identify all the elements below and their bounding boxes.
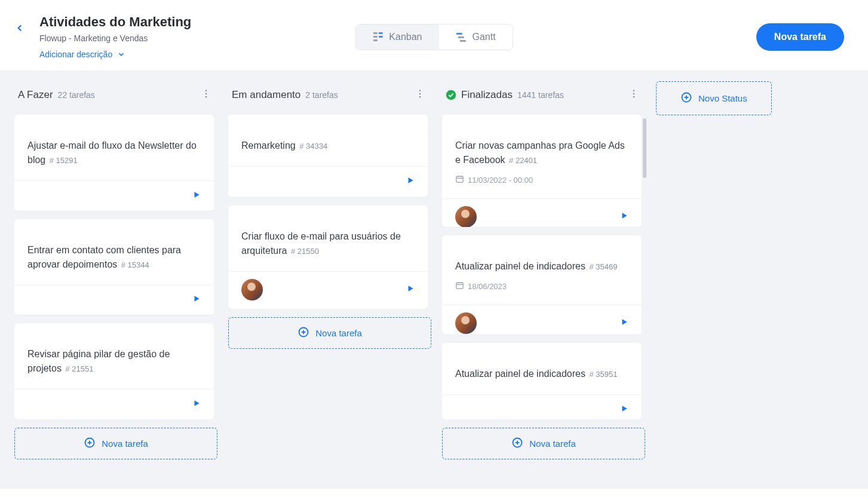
cards-list: Criar novas campanhas pra Google Ads e F… [442,115,645,419]
card-title: Criar fluxo de e-mail para usuários de a… [241,229,415,258]
column-title: Finalizadas [461,89,513,101]
card-id: # 34334 [299,142,327,151]
avatar[interactable] [455,312,477,334]
gantt-icon [456,32,467,42]
column-count: 2 tarefas [305,90,338,100]
svg-rect-4 [378,36,382,38]
new-status-button[interactable]: Novo Status [656,81,772,115]
card-title: Remarketing # 34334 [241,139,415,153]
page-title: Atividades do Marketing [39,14,191,30]
card-body: Entrar em contato com clientes para apro… [14,219,214,285]
play-button[interactable] [620,211,628,222]
svg-marker-13 [195,400,200,406]
svg-marker-38 [622,320,627,325]
back-button[interactable] [14,23,25,36]
cards-list: Ajustar e-mail do fluxo da Newsletter do… [14,115,217,419]
card-footer [14,389,214,419]
new-task-button[interactable]: Nova tarefa [756,23,844,51]
svg-point-9 [206,93,207,95]
column-menu-button[interactable] [626,86,642,104]
plus-circle-icon [84,437,96,450]
svg-point-25 [446,90,456,100]
card-body: Remarketing # 34334 [228,115,428,166]
task-card[interactable]: Entrar em contato com clientes para apro… [14,219,214,315]
card-id: # 22401 [509,156,537,165]
card-footer [442,198,642,227]
svg-point-26 [633,90,635,91]
view-kanban-button[interactable]: Kanban [355,24,438,50]
task-card[interactable]: Revisar página pilar de gestão de projet… [14,323,214,419]
svg-rect-29 [456,176,463,182]
svg-point-18 [419,93,421,95]
add-description-link[interactable]: Adicionar descrição [39,50,125,59]
column-header: Em andamento 2 tarefas [228,81,431,115]
scrollbar[interactable] [643,118,646,178]
card-date: 11/03/2022 - 00:00 [455,174,628,185]
calendar-icon [455,174,464,185]
card-title: Ajustar e-mail do fluxo da Newsletter do… [27,139,201,167]
card-id: # 21551 [65,364,93,373]
task-card[interactable]: Remarketing # 34334 [228,115,428,197]
svg-point-10 [206,96,207,98]
svg-point-28 [633,96,635,98]
card-id: # 35951 [589,370,617,379]
kanban-icon [372,32,383,42]
new-task-column-button[interactable]: Nova tarefa [442,428,645,459]
avatar[interactable] [455,206,477,227]
kanban-board: A Fazer 22 tarefas Ajustar e-mail do flu… [0,70,868,489]
column-count: 22 tarefas [58,90,95,100]
play-button[interactable] [192,191,201,201]
new-task-column-button[interactable]: Nova tarefa [228,317,431,349]
card-body: Criar fluxo de e-mail para usuários de a… [228,205,428,271]
svg-marker-12 [195,296,200,302]
play-button[interactable] [406,284,415,295]
kanban-column: Em andamento 2 tarefas Remarketing # 343… [228,81,431,478]
column-header: Finalizadas 1441 tarefas [442,81,645,115]
card-body: Atualizar painel de indicadores # 35951 [442,343,642,394]
play-button[interactable] [192,399,201,410]
task-card[interactable]: Ajustar e-mail do fluxo da Newsletter do… [14,115,214,211]
play-button[interactable] [620,404,628,415]
column-count: 1441 tarefas [517,90,564,100]
card-body: Ajustar e-mail do fluxo da Newsletter do… [14,115,214,180]
view-switcher: Kanban Gantt [355,24,513,50]
card-id: # 15344 [121,260,149,269]
avatar[interactable] [241,279,263,300]
card-id: # 35469 [589,262,617,271]
new-task-column-button[interactable]: Nova tarefa [14,428,217,459]
chevron-down-icon [117,50,125,59]
page-header: Atividades do Marketing Flowup - Marketi… [0,0,868,70]
play-button[interactable] [192,294,201,305]
card-id: # 21550 [291,247,319,256]
task-card[interactable]: Atualizar painel de indicadores # 35951 [442,343,642,419]
plus-circle-icon [297,326,309,340]
kanban-column: Finalizadas 1441 tarefas Criar novas cam… [442,81,645,478]
cards-list: Remarketing # 34334 Criar fluxo de e-mai… [228,115,431,309]
plus-circle-icon [680,91,692,105]
svg-rect-7 [460,40,466,42]
card-id: # 15291 [50,156,78,165]
calendar-icon [455,281,464,292]
add-description-label: Adicionar descrição [39,50,112,59]
card-date: 18/06/2023 [455,281,628,292]
play-button[interactable] [406,176,415,187]
column-menu-button[interactable] [412,86,428,104]
svg-marker-21 [409,286,413,291]
task-card[interactable]: Atualizar painel de indicadores # 35469 … [442,235,642,335]
svg-marker-11 [195,192,200,197]
column-menu-button[interactable] [198,86,214,104]
svg-rect-1 [373,36,377,38]
task-card[interactable]: Criar fluxo de e-mail para usuários de a… [228,205,428,309]
svg-rect-0 [373,32,377,34]
svg-marker-39 [622,406,627,411]
view-gantt-button[interactable]: Gantt [439,24,513,50]
play-button[interactable] [620,318,628,329]
card-body: Atualizar painel de indicadores # 35469 … [442,235,642,305]
svg-marker-33 [622,213,627,218]
svg-rect-2 [373,39,377,41]
task-card[interactable]: Criar novas campanhas pra Google Ads e F… [442,115,642,227]
svg-point-19 [419,96,421,98]
card-title: Entrar em contato com clientes para apro… [27,243,201,272]
view-gantt-label: Gantt [473,32,496,42]
card-body: Criar novas campanhas pra Google Ads e F… [442,115,642,198]
